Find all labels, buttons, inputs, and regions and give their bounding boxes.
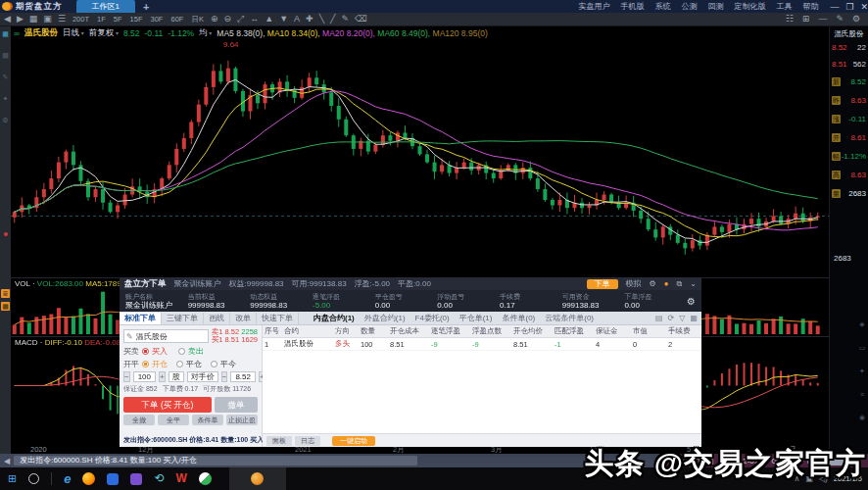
pill-app-icon[interactable] xyxy=(199,472,212,485)
dialog-order-button[interactable]: 下单 xyxy=(587,279,618,289)
edge-browser-icon[interactable]: e xyxy=(64,467,71,490)
ma-dropdown[interactable]: 均 xyxy=(199,27,212,39)
menu-item-0[interactable]: 实盘用户 xyxy=(578,1,609,12)
up-icon[interactable]: ▲ xyxy=(265,13,273,25)
table-grid-icon[interactable]: ▦ xyxy=(690,314,698,322)
active-app-button[interactable] xyxy=(229,467,286,490)
line-icon[interactable]: ╲ xyxy=(319,13,324,25)
strip-star-icon[interactable]: ✦ xyxy=(859,368,865,375)
order-tab-3[interactable]: 改单 xyxy=(230,313,257,324)
orange-tool-badge-1[interactable]: ≣ xyxy=(1,289,10,298)
crosshair-icon[interactable]: ✚ xyxy=(306,13,313,25)
layout-grid-icon[interactable]: ⊞ xyxy=(802,13,810,25)
strip-diamond-icon[interactable]: ◈ xyxy=(859,320,864,328)
close-radio-label[interactable]: 平仓 xyxy=(186,359,202,369)
period-button-15F[interactable]: 15F xyxy=(129,15,144,24)
period-button-日K[interactable]: 日K xyxy=(190,15,205,24)
play-icon[interactable]: ▶ xyxy=(17,13,24,25)
price-minus-button[interactable]: − xyxy=(221,371,228,382)
footer-tab-1[interactable]: 日志 xyxy=(295,436,320,446)
trend-icon[interactable]: ╱ xyxy=(330,13,335,25)
menu-item-5[interactable]: 定制化版 xyxy=(734,1,765,12)
positions-header-cell[interactable]: 浮盈点数 xyxy=(470,326,511,336)
depth-row[interactable]: 8.51562 xyxy=(830,56,868,73)
close-button[interactable]: ✕ xyxy=(860,2,868,12)
positions-header-cell[interactable]: 开仓成本 xyxy=(388,326,429,336)
quick-button-2[interactable]: 条件单 xyxy=(192,415,223,425)
settings-icon[interactable]: ⚙ xyxy=(852,13,860,25)
sidebar-note-icon[interactable]: ✎ xyxy=(3,74,9,81)
positions-header-cell[interactable]: 数量 xyxy=(359,326,388,336)
period-button-200T[interactable]: 200T xyxy=(72,15,90,24)
down-icon[interactable]: ▼ xyxy=(279,13,288,25)
zoom-in-icon[interactable]: ⊕ xyxy=(211,13,218,25)
period-button-30F[interactable]: 30F xyxy=(150,15,165,24)
period-button-1F[interactable]: 1F xyxy=(96,15,107,24)
sidebar-panel-icon[interactable]: ▦ xyxy=(2,30,9,38)
minimize-button[interactable]: — xyxy=(830,2,839,12)
depth-row[interactable]: 8.5222 xyxy=(830,39,868,56)
sidebar-star-icon[interactable]: ✦ xyxy=(3,95,9,103)
sell-radio[interactable] xyxy=(178,348,185,355)
buy-radio-label[interactable]: 买入 xyxy=(152,346,168,357)
open-radio[interactable] xyxy=(142,361,149,368)
table-filter-icon[interactable]: ▽ xyxy=(679,314,685,322)
pencil-icon[interactable]: ✎ xyxy=(836,13,844,25)
order-tab-2[interactable]: 画线 xyxy=(204,313,230,324)
closetoday-radio-label[interactable]: 平今 xyxy=(220,359,236,369)
dialog-resize-icon[interactable]: ⧉ xyxy=(677,279,683,289)
sidebar-gear-icon[interactable]: ⚙ xyxy=(2,117,8,124)
sell-radio-label[interactable]: 卖出 xyxy=(188,346,204,357)
contract-search-input[interactable]: ✎ 温氏股份 xyxy=(123,329,209,343)
start-button[interactable]: ⊞ xyxy=(8,467,17,490)
kline-chart-icon[interactable]: ☰ xyxy=(58,13,66,25)
menu-item-7[interactable]: 帮助 xyxy=(802,1,818,12)
adjust-dropdown[interactable]: 前复权 xyxy=(89,27,119,39)
menu-item-2[interactable]: 系统 xyxy=(654,1,670,12)
positions-header-cell[interactable]: 开仓均价 xyxy=(511,326,553,336)
position-tab-4[interactable]: 条件单(0) xyxy=(497,313,540,324)
sync-app-icon[interactable]: ⟲ xyxy=(154,467,164,490)
positions-header-cell[interactable]: 手续费 xyxy=(666,326,701,336)
table-list-icon[interactable]: ▤ xyxy=(655,314,663,322)
workspace-tab[interactable]: 工作区1 xyxy=(76,0,135,13)
purple-app-icon[interactable] xyxy=(130,473,142,485)
dialog-pin-icon[interactable]: ● xyxy=(664,279,669,288)
submit-order-button[interactable]: 下单 (买 开仓) xyxy=(123,397,212,413)
close-radio[interactable] xyxy=(176,361,183,368)
positions-table-row[interactable]: 1温氏股份多头1008.51-9-98.51-1402 xyxy=(263,338,701,351)
position-tab-3[interactable]: 平仓单(1) xyxy=(455,313,498,324)
order-tab-4[interactable]: 快速下单 xyxy=(257,313,299,324)
menu-item-1[interactable]: 手机版 xyxy=(620,1,644,12)
draw-icon[interactable]: ✎ xyxy=(341,13,349,25)
menu-item-6[interactable]: 工具 xyxy=(776,1,792,12)
strip-box-icon[interactable]: ▭ xyxy=(859,344,866,352)
strip-dot-icon[interactable]: ◉ xyxy=(859,414,865,421)
period-dropdown[interactable]: 日线 xyxy=(63,27,84,39)
buy-radio[interactable] xyxy=(142,348,149,355)
quick-button-0[interactable]: 全撤 xyxy=(123,415,155,425)
period-button-60F[interactable]: 60F xyxy=(169,15,184,24)
positions-header-cell[interactable]: 市值 xyxy=(631,326,666,336)
add-workspace-button[interactable]: + xyxy=(143,1,149,13)
qty-plus-button[interactable]: + xyxy=(159,371,166,382)
footer-tab-0[interactable]: 面板 xyxy=(266,436,292,446)
quick-button-3[interactable]: 止损止盈 xyxy=(226,415,258,425)
text-icon[interactable]: A xyxy=(294,13,300,25)
position-tab-1[interactable]: 外盘合约(1) xyxy=(360,313,410,324)
closetoday-radio[interactable] xyxy=(211,361,217,368)
cancel-order-button[interactable]: 撤单 xyxy=(215,397,258,413)
dialog-gear-icon[interactable]: ⚙ xyxy=(650,279,656,288)
erase-icon[interactable]: ⌫ xyxy=(355,13,367,25)
back-icon[interactable]: ◀ xyxy=(4,13,11,25)
compare-icon[interactable]: ↔ xyxy=(250,13,259,25)
firefox-icon[interactable] xyxy=(82,472,95,485)
dialog-collapse-icon[interactable]: ⌄ xyxy=(690,279,697,288)
account-settings-icon[interactable]: ⚙ xyxy=(684,296,699,307)
strip-menu-icon[interactable]: ≡ xyxy=(860,391,864,398)
folder-icon[interactable]: ▣ xyxy=(43,13,52,25)
grid-icon[interactable]: ▦ xyxy=(29,13,38,25)
blue-app-icon[interactable] xyxy=(107,473,119,485)
order-tab-0[interactable]: 标准下单 xyxy=(120,313,162,324)
wps-icon[interactable]: W xyxy=(176,467,187,490)
